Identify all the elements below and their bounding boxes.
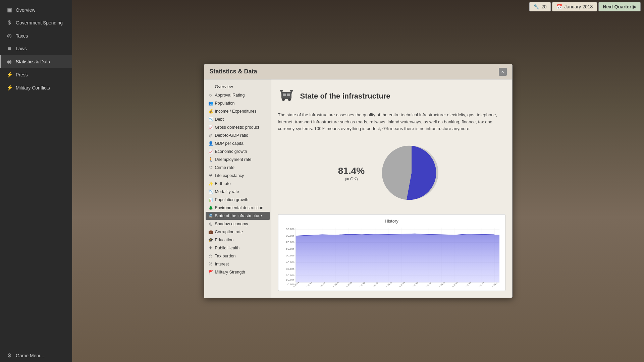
sidebar-label-statistics-data: Statistics & Data [16, 59, 50, 64]
svg-text:80.0%: 80.0% [286, 234, 294, 237]
history-chart: 90.0% 80.0% 70.0% 60.0% 50.0% 40.0% 30.0… [282, 226, 501, 287]
stats-content: State of the infrastructure The state of… [271, 79, 512, 298]
overview-icon: ▣ [6, 7, 12, 13]
content-title: State of the infrastructure [300, 92, 390, 101]
svg-point-4 [288, 98, 291, 101]
stats-item-corruption[interactable]: 💼 Corruption rate [206, 228, 270, 236]
svg-text:20.0%: 20.0% [286, 274, 294, 277]
stats-item-shadow-economy[interactable]: ◎ Shadow economy [206, 220, 270, 228]
gear-icon: ⚙ [6, 352, 12, 359]
gdp-icon: 📈 [208, 125, 213, 130]
stats-item-mortality[interactable]: 📉 Mortality rate [206, 188, 270, 196]
dollar-icon: $ [6, 20, 12, 26]
sidebar-item-military-conflicts[interactable]: ⚡ Military Conflicts [0, 81, 72, 94]
tax-burden-icon: ⚖ [208, 254, 213, 258]
corruption-icon: 💼 [208, 230, 213, 234]
svg-text:30.0%: 30.0% [286, 267, 294, 270]
sidebar-label-government-spending: Government Spending [16, 20, 63, 25]
svg-point-3 [282, 98, 285, 101]
svg-text:10.0%: 10.0% [286, 278, 294, 282]
svg-rect-2 [287, 94, 290, 96]
statistics-modal: Statistics & Data × Overview ☺ Approval … [204, 64, 513, 298]
sidebar-item-taxes[interactable]: ◎ Taxes [0, 29, 72, 42]
military-icon: ⚡ [6, 84, 12, 91]
press-icon: ⚡ [6, 71, 12, 78]
stats-item-debt-gdp[interactable]: ◎ Debt-to-GDP ratio [206, 131, 270, 139]
sidebar-item-government-spending[interactable]: $ Government Spending [0, 16, 72, 29]
svg-rect-8 [290, 90, 293, 92]
stats-item-environmental[interactable]: 🌲 Environmental destruction [206, 204, 270, 212]
military-strength-icon: 🚩 [208, 270, 213, 275]
modal-overlay: Statistics & Data × Overview ☺ Approval … [72, 0, 644, 362]
svg-text:70.0%: 70.0% [286, 241, 294, 244]
stats-item-military-strength[interactable]: 🚩 Military Strength [206, 268, 270, 276]
stats-item-unemployment[interactable]: 🚶 Unemployment rate [206, 156, 270, 164]
pie-chart-area: 81.4% (= OK) [278, 139, 505, 207]
life-expectancy-icon: ❤ [208, 173, 213, 178]
content-description: The state of the infrastructure assesses… [278, 112, 505, 132]
stats-item-population-growth[interactable]: 📊 Population growth [206, 196, 270, 204]
svg-text:40.0%: 40.0% [286, 260, 294, 264]
pie-label-area: 81.4% (= OK) [338, 166, 365, 181]
mortality-icon: 📉 [208, 189, 213, 194]
education-icon: 🎓 [208, 238, 213, 242]
stats-item-life-expectancy[interactable]: ❤ Life expectancy [206, 172, 270, 180]
stats-item-economic-growth[interactable]: 📈 Economic growth [206, 147, 270, 156]
approval-icon: ☺ [208, 93, 213, 98]
svg-marker-45 [296, 234, 499, 283]
sidebar-label-taxes: Taxes [16, 33, 28, 39]
laws-icon: ≡ [6, 46, 12, 52]
svg-text:90.0%: 90.0% [286, 227, 294, 231]
sidebar-item-press[interactable]: ⚡ Press [0, 68, 72, 81]
sidebar-label-press: Press [16, 72, 28, 77]
stats-item-public-health[interactable]: ✚ Public Health [206, 244, 270, 252]
svg-rect-1 [283, 94, 286, 96]
stats-item-interest[interactable]: % Interest [206, 260, 270, 268]
stats-item-birthrate[interactable]: ✨ Birthrate [206, 180, 270, 188]
sidebar-label-military-conflicts: Military Conflicts [16, 85, 50, 90]
env-icon: 🌲 [208, 205, 213, 210]
svg-text:60.0%: 60.0% [286, 247, 294, 251]
content-header: State of the infrastructure [278, 86, 505, 106]
infrastructure-large-icon [278, 86, 295, 106]
stats-item-infrastructure[interactable]: 🚆 State of the infrastructure [206, 212, 270, 220]
interest-icon: % [208, 262, 213, 266]
infrastructure-icon: 🚆 [208, 214, 213, 218]
stats-item-crime[interactable]: 🛡 Crime rate [206, 164, 270, 172]
sidebar-label-game-menu: Game Menu... [16, 353, 46, 358]
debt-icon: 📉 [208, 117, 213, 122]
sidebar-item-overview[interactable]: ▣ Overview [0, 3, 72, 16]
stats-item-tax-burden[interactable]: ⚖ Tax burden [206, 252, 270, 260]
shadow-icon: ◎ [208, 222, 213, 226]
stats-item-overview[interactable]: Overview [206, 82, 270, 91]
health-icon: ✚ [208, 246, 213, 250]
modal-close-button[interactable]: × [499, 68, 507, 76]
income-icon: 💰 [208, 109, 213, 114]
debt-gdp-icon: ◎ [208, 133, 213, 138]
economic-growth-icon: 📈 [208, 149, 213, 154]
stats-item-education[interactable]: 🎓 Education [206, 236, 270, 244]
sidebar-item-statistics-data[interactable]: ◉ Statistics & Data [0, 55, 72, 68]
stats-list: Overview ☺ Approval Rating 👥 Population … [204, 79, 271, 298]
stats-item-debt[interactable]: 📉 Debt [206, 115, 270, 123]
sidebar-label-overview: Overview [16, 7, 35, 13]
gdp-capita-icon: 👤 [208, 141, 213, 146]
modal-body: Overview ☺ Approval Rating 👥 Population … [204, 79, 512, 298]
crime-icon: 🛡 [208, 165, 213, 170]
svg-rect-7 [280, 90, 283, 92]
stats-item-approval-rating[interactable]: ☺ Approval Rating [206, 91, 270, 99]
sidebar: ▣ Overview $ Government Spending ◎ Taxes… [0, 0, 72, 362]
tax-icon: ◎ [6, 33, 12, 39]
stats-item-population[interactable]: 👥 Population [206, 99, 270, 107]
pop-growth-icon: 📊 [208, 197, 213, 202]
sidebar-item-laws[interactable]: ≡ Laws [0, 42, 72, 55]
stats-item-gdp[interactable]: 📈 Gross domestic product [206, 123, 270, 131]
statistics-icon: ◉ [6, 58, 12, 65]
pie-chart [378, 139, 445, 207]
population-icon: 👥 [208, 101, 213, 106]
sidebar-item-game-menu[interactable]: ⚙ Game Menu... [0, 349, 72, 362]
stats-item-income-expenditures[interactable]: 💰 Income / Expenditures [206, 107, 270, 115]
birthrate-icon: ✨ [208, 181, 213, 186]
svg-text:50.0%: 50.0% [286, 254, 294, 257]
stats-item-gdp-per-capita[interactable]: 👤 GDP per capita [206, 139, 270, 147]
